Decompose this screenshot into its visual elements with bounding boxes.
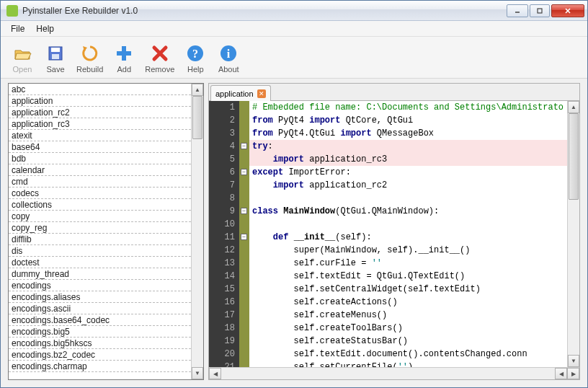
close-icon bbox=[564, 7, 572, 14]
tab-application[interactable]: application ✕ bbox=[210, 85, 271, 101]
rebuild-label: Rebuild bbox=[76, 65, 103, 74]
fold-toggle[interactable]: − bbox=[241, 143, 247, 149]
list-item[interactable]: base64 bbox=[9, 141, 191, 153]
module-list[interactable]: abcapplicationapplication_rc2application… bbox=[9, 84, 191, 372]
remove-button[interactable]: Remove bbox=[141, 40, 178, 76]
code-line[interactable]: class MainWindow(QtGui.QMainWindow): bbox=[249, 205, 567, 218]
code-line[interactable] bbox=[249, 218, 567, 231]
tab-label: application bbox=[215, 89, 254, 98]
code-line[interactable]: self.createMenus() bbox=[249, 309, 567, 322]
scroll-up-button[interactable]: ▲ bbox=[192, 84, 203, 96]
editor-scroll-track-v[interactable] bbox=[568, 113, 579, 355]
save-label: Save bbox=[46, 65, 64, 74]
close-button[interactable] bbox=[551, 4, 584, 17]
fold-toggle[interactable]: − bbox=[241, 208, 247, 214]
editor-scroll-left2[interactable]: ◀ bbox=[555, 368, 567, 379]
minimize-button[interactable] bbox=[507, 4, 528, 17]
maximize-icon bbox=[536, 7, 543, 14]
list-item[interactable]: doctest bbox=[9, 257, 191, 268]
editor-scroll-thumb-v[interactable] bbox=[569, 113, 579, 200]
list-item[interactable]: dummy_thread bbox=[9, 268, 191, 280]
code-line[interactable] bbox=[249, 192, 567, 205]
list-item[interactable]: calendar bbox=[9, 164, 191, 176]
list-item[interactable]: application bbox=[9, 95, 191, 107]
list-item[interactable]: encodings.ascii bbox=[9, 303, 191, 314]
maximize-button[interactable] bbox=[530, 4, 550, 17]
fold-toggle[interactable]: − bbox=[241, 169, 247, 175]
help-icon: ? bbox=[185, 43, 205, 63]
code-line[interactable]: super(MainWindow, self).__init__() bbox=[249, 244, 567, 257]
code-line[interactable]: self.createStatusBar() bbox=[249, 335, 567, 348]
list-item[interactable]: abc bbox=[9, 84, 191, 95]
list-item[interactable]: encodings.aliases bbox=[9, 291, 191, 303]
code-line[interactable]: self.createToolBars() bbox=[249, 322, 567, 335]
fold-column[interactable]: −−−− bbox=[239, 101, 249, 367]
code-line[interactable]: import application_rc3 bbox=[249, 153, 567, 166]
code-line[interactable]: from PyQt4 import QtCore, QtGui bbox=[249, 114, 567, 127]
list-item[interactable]: encodings.base64_codec bbox=[9, 314, 191, 326]
list-item[interactable]: cmd bbox=[9, 176, 191, 188]
scroll-track[interactable] bbox=[192, 96, 203, 367]
svg-text:?: ? bbox=[192, 48, 198, 60]
editor-scroll-track-h[interactable] bbox=[221, 368, 555, 379]
menu-help[interactable]: Help bbox=[30, 22, 60, 36]
list-item[interactable]: bdb bbox=[9, 153, 191, 164]
editor-scroll-up[interactable]: ▲ bbox=[568, 101, 579, 113]
code-area: 123456789101112131415161718192021 −−−− #… bbox=[209, 101, 579, 367]
list-item[interactable]: encodings.big5 bbox=[9, 326, 191, 338]
list-item[interactable]: encodings.bz2_codec bbox=[9, 349, 191, 361]
help-button[interactable]: ?Help bbox=[179, 40, 211, 76]
save-button[interactable]: Save bbox=[40, 40, 71, 76]
list-item[interactable]: collections bbox=[9, 199, 191, 211]
editor-scrollbar-v[interactable]: ▲ ▼ bbox=[567, 101, 579, 367]
code-line[interactable]: import application_rc2 bbox=[249, 179, 567, 192]
list-item[interactable]: application_rc2 bbox=[9, 107, 191, 118]
code-line[interactable]: from PyQt4.QtGui import QMessageBox bbox=[249, 127, 567, 140]
editor-scrollbar-h[interactable]: ◀ ◀ ▶ bbox=[209, 367, 579, 379]
about-label: About bbox=[218, 65, 239, 74]
rebuild-button[interactable]: Rebuild bbox=[73, 40, 107, 76]
list-item[interactable]: atexit bbox=[9, 130, 191, 141]
module-list-scrollbar[interactable]: ▲ ▼ bbox=[191, 84, 203, 379]
add-button[interactable]: Add bbox=[108, 40, 140, 76]
code-line[interactable]: self.createActions() bbox=[249, 296, 567, 309]
fold-toggle[interactable]: − bbox=[241, 234, 247, 240]
content-area: abcapplicationapplication_rc2application… bbox=[1, 79, 587, 387]
menu-file[interactable]: File bbox=[5, 22, 30, 36]
code-line[interactable]: try: bbox=[249, 140, 567, 153]
code-line[interactable]: self.setCurrentFile('') bbox=[249, 361, 567, 367]
list-item[interactable]: copy bbox=[9, 211, 191, 222]
tab-close-icon[interactable]: ✕ bbox=[257, 89, 266, 98]
code-line[interactable]: # Embedded file name: C:\Documents and S… bbox=[249, 101, 567, 114]
list-item[interactable]: difflib bbox=[9, 234, 191, 245]
editor-scroll-right[interactable]: ▶ bbox=[567, 368, 579, 379]
add-label: Add bbox=[117, 65, 132, 74]
code-line[interactable]: self.textEdit.document().contentsChanged… bbox=[249, 348, 567, 361]
editor-scroll-down[interactable]: ▼ bbox=[568, 355, 579, 367]
list-item[interactable]: dis bbox=[9, 245, 191, 257]
svg-rect-8 bbox=[117, 51, 131, 56]
list-item[interactable]: codecs bbox=[9, 188, 191, 199]
add-icon bbox=[114, 43, 134, 63]
titlebar[interactable]: Pyinstaller Exe Rebuilder v1.0 bbox=[1, 1, 587, 21]
editor-scroll-left[interactable]: ◀ bbox=[209, 368, 221, 379]
svg-rect-6 bbox=[52, 54, 59, 59]
code-line[interactable]: self.textEdit = QtGui.QTextEdit() bbox=[249, 270, 567, 283]
code-line[interactable]: self.setCentralWidget(self.textEdit) bbox=[249, 283, 567, 296]
save-icon bbox=[45, 43, 66, 63]
about-button[interactable]: iAbout bbox=[213, 40, 244, 76]
scroll-thumb[interactable] bbox=[192, 96, 202, 139]
list-item[interactable]: application_rc3 bbox=[9, 118, 191, 130]
code-line[interactable]: def __init__(self): bbox=[249, 231, 567, 244]
menubar: File Help bbox=[1, 21, 587, 37]
list-item[interactable]: copy_reg bbox=[9, 222, 191, 234]
code-line[interactable]: self.curFile = '' bbox=[249, 257, 567, 270]
tab-strip: application ✕ bbox=[209, 84, 579, 101]
scroll-down-button[interactable]: ▼ bbox=[192, 367, 203, 379]
code-line[interactable]: except ImportError: bbox=[249, 166, 567, 179]
list-item[interactable]: encodings bbox=[9, 280, 191, 291]
list-item[interactable]: encodings.big5hkscs bbox=[9, 338, 191, 349]
about-icon: i bbox=[218, 43, 239, 63]
list-item[interactable]: encodings.charmap bbox=[9, 361, 191, 372]
code-text[interactable]: # Embedded file name: C:\Documents and S… bbox=[249, 101, 567, 367]
